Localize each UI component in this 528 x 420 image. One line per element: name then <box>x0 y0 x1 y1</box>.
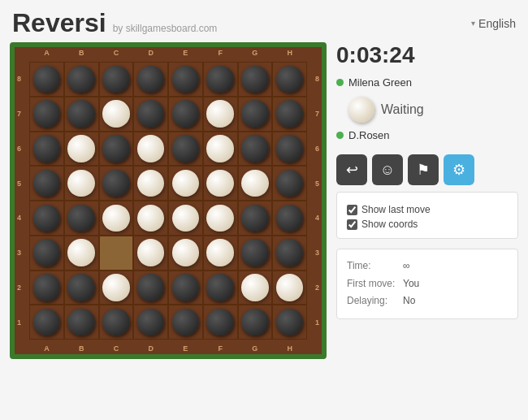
board-cell[interactable] <box>272 305 307 340</box>
board-cell[interactable] <box>29 166 64 201</box>
undo-button[interactable]: ↩ <box>336 154 367 185</box>
time-value: ∞ <box>403 258 410 275</box>
board-cell[interactable] <box>272 97 307 132</box>
board-cell[interactable] <box>168 132 203 167</box>
board-cell[interactable] <box>133 62 168 97</box>
board-cell[interactable] <box>29 271 64 305</box>
board-cell[interactable] <box>168 305 203 340</box>
col-labels-top: A B C D E F G H <box>29 49 307 57</box>
board-cell[interactable] <box>203 62 238 97</box>
player2-status-dot <box>336 132 344 139</box>
board-cell[interactable] <box>238 271 273 305</box>
board-cell[interactable] <box>133 166 168 201</box>
board-cell[interactable] <box>99 132 134 167</box>
language-label: English <box>478 17 516 30</box>
emoji-button[interactable]: ☺ <box>372 154 403 185</box>
show-coords-checkbox[interactable] <box>347 219 357 230</box>
board-cell[interactable] <box>133 236 168 271</box>
dark-piece <box>67 205 94 232</box>
board-cell[interactable] <box>203 236 238 271</box>
board-cell[interactable] <box>238 62 273 97</box>
col-f-bot: F <box>203 344 238 353</box>
board-cell[interactable] <box>99 62 134 97</box>
board-cell[interactable] <box>133 201 168 236</box>
board-cell[interactable] <box>238 201 273 236</box>
dark-piece <box>137 100 164 127</box>
board-cell[interactable] <box>203 97 238 132</box>
dark-piece <box>67 309 94 336</box>
dark-piece <box>102 309 129 336</box>
flag-button[interactable]: ⚑ <box>408 154 439 185</box>
board-cell[interactable] <box>203 166 238 201</box>
board-cell[interactable] <box>64 271 99 305</box>
board-cell[interactable] <box>168 97 203 132</box>
board-cell[interactable] <box>272 62 307 97</box>
board-cell[interactable] <box>99 305 134 340</box>
dark-piece <box>241 135 268 162</box>
show-last-move-row[interactable]: Show last move <box>347 204 508 215</box>
board-cell[interactable] <box>99 97 134 132</box>
board-cell[interactable] <box>168 62 203 97</box>
info-card: Time: ∞ First move: You Delaying: No <box>336 249 518 319</box>
board-cell[interactable] <box>29 201 64 236</box>
board-cell[interactable] <box>64 236 99 271</box>
board-cell[interactable] <box>203 132 238 167</box>
player1-status-dot <box>336 79 344 86</box>
board-cell[interactable] <box>29 97 64 132</box>
board-cell[interactable] <box>64 97 99 132</box>
board-cell[interactable] <box>133 97 168 132</box>
board-cell[interactable] <box>29 132 64 167</box>
board-cell[interactable] <box>99 166 134 201</box>
light-piece <box>137 170 164 197</box>
light-piece <box>241 274 268 301</box>
board-cell[interactable] <box>168 271 203 305</box>
show-coords-row[interactable]: Show coords <box>347 219 508 230</box>
col-a: A <box>29 49 64 57</box>
board-cell[interactable] <box>272 236 307 271</box>
board-cell[interactable] <box>238 236 273 271</box>
board-cell[interactable] <box>272 166 307 201</box>
options-card: Show last move Show coords <box>336 192 518 239</box>
board-cell[interactable] <box>99 271 134 305</box>
dark-piece <box>276 170 303 197</box>
checkbox-area: Show last move Show coords <box>347 204 508 230</box>
board-grid[interactable] <box>29 62 307 340</box>
board-cell[interactable] <box>133 271 168 305</box>
board-cell[interactable] <box>168 201 203 236</box>
board-cell[interactable] <box>99 201 134 236</box>
board-cell[interactable] <box>203 271 238 305</box>
board-cell[interactable] <box>238 132 273 167</box>
dark-piece <box>137 274 164 301</box>
board-cell[interactable] <box>64 305 99 340</box>
dark-piece <box>102 135 129 162</box>
language-selector[interactable]: ▾ English <box>471 17 516 30</box>
col-labels-bottom: A B C D E F G H <box>29 344 307 353</box>
board-cell[interactable] <box>29 62 64 97</box>
board-cell[interactable] <box>29 305 64 340</box>
board-cell[interactable] <box>168 236 203 271</box>
board-cell[interactable] <box>29 236 64 271</box>
board-cell[interactable] <box>238 305 273 340</box>
dark-piece <box>276 100 303 127</box>
board-cell[interactable] <box>272 201 307 236</box>
board-cell[interactable] <box>64 166 99 201</box>
board-cell[interactable] <box>203 305 238 340</box>
board-cell[interactable] <box>99 236 134 271</box>
game-board[interactable]: A B C D E F G H A B C D E F G H 8 7 6 5 … <box>10 42 327 359</box>
board-cell[interactable] <box>203 201 238 236</box>
waiting-piece-icon <box>348 97 374 123</box>
board-cell[interactable] <box>272 132 307 167</box>
board-cell[interactable] <box>238 97 273 132</box>
board-cell[interactable] <box>64 62 99 97</box>
player2-name: D.Rosen <box>348 129 390 141</box>
board-cell[interactable] <box>238 166 273 201</box>
col-h-bot: H <box>272 344 307 353</box>
board-cell[interactable] <box>133 305 168 340</box>
board-cell[interactable] <box>168 166 203 201</box>
settings-button[interactable]: ⚙ <box>444 154 474 185</box>
board-cell[interactable] <box>64 132 99 167</box>
board-cell[interactable] <box>64 201 99 236</box>
board-cell[interactable] <box>272 271 307 305</box>
show-last-move-checkbox[interactable] <box>347 205 357 215</box>
board-cell[interactable] <box>133 132 168 167</box>
